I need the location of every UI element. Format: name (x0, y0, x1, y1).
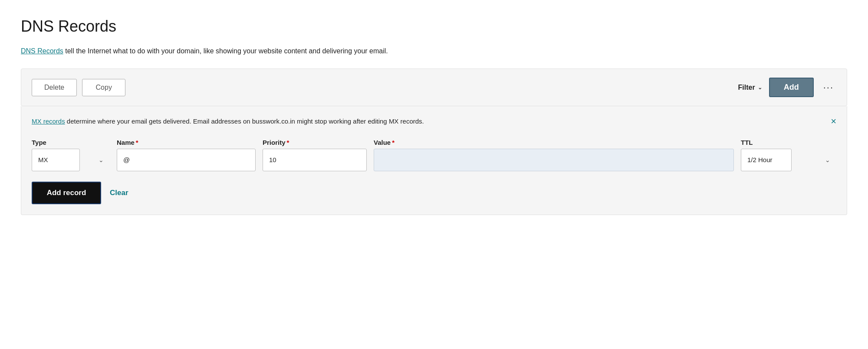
priority-field-group: Priority* (263, 139, 367, 171)
ttl-select[interactable]: 1/2 Hour 1 Hour 2 Hours 4 Hours 8 Hours … (741, 149, 792, 171)
toolbar: Delete Copy Filter ⌄ Add ··· (32, 78, 836, 97)
value-label: Value* (374, 139, 734, 146)
toolbar-left: Delete Copy (32, 79, 125, 96)
priority-input[interactable] (263, 149, 367, 171)
ttl-field-group: TTL 1/2 Hour 1 Hour 2 Hours 4 Hours 8 Ho… (741, 139, 836, 171)
name-input[interactable] (117, 149, 256, 171)
ttl-label: TTL (741, 139, 836, 146)
toolbar-section: Delete Copy Filter ⌄ Add ··· (21, 68, 847, 106)
priority-required-star: * (287, 139, 289, 146)
delete-button[interactable]: Delete (32, 79, 77, 96)
form-actions: Add record Clear (32, 182, 836, 204)
dns-records-link[interactable]: DNS Records (21, 47, 63, 55)
type-select-wrapper: MX A AAAA CNAME TXT NS SRV ⌄ (32, 149, 110, 171)
page-title: DNS Records (21, 17, 847, 36)
priority-label: Priority* (263, 139, 367, 146)
toolbar-right: Filter ⌄ Add ··· (738, 78, 836, 97)
filter-button[interactable]: Filter ⌄ (738, 84, 762, 91)
name-field-group: Name* (117, 139, 256, 171)
ttl-chevron-down-icon: ⌄ (825, 157, 830, 163)
type-chevron-down-icon: ⌄ (99, 157, 104, 163)
filter-label: Filter (738, 84, 755, 91)
clear-button[interactable]: Clear (110, 189, 128, 197)
form-section: MX records determine where your email ge… (21, 106, 847, 215)
close-banner-button[interactable]: × (831, 117, 836, 126)
type-label: Type (32, 139, 110, 146)
page-description: DNS Records tell the Internet what to do… (21, 46, 847, 56)
name-required-star: * (136, 139, 138, 146)
value-input[interactable] (374, 149, 734, 171)
info-banner-message: determine where your email gets delivere… (65, 117, 424, 125)
info-banner-text: MX records determine where your email ge… (32, 117, 424, 127)
value-field-group: Value* (374, 139, 734, 171)
more-options-button[interactable]: ··· (821, 80, 836, 95)
name-label: Name* (117, 139, 256, 146)
add-button[interactable]: Add (769, 78, 814, 97)
chevron-down-icon: ⌄ (758, 85, 762, 91)
copy-button[interactable]: Copy (82, 79, 125, 96)
mx-records-link[interactable]: MX records (32, 117, 65, 125)
ttl-select-wrapper: 1/2 Hour 1 Hour 2 Hours 4 Hours 8 Hours … (741, 149, 836, 171)
info-banner: MX records determine where your email ge… (32, 117, 836, 127)
value-required-star: * (392, 139, 395, 146)
type-field-group: Type MX A AAAA CNAME TXT NS SRV ⌄ (32, 139, 110, 171)
type-select[interactable]: MX A AAAA CNAME TXT NS SRV (32, 149, 80, 171)
add-record-button[interactable]: Add record (32, 182, 101, 204)
form-row: Type MX A AAAA CNAME TXT NS SRV ⌄ Name* (32, 139, 836, 171)
